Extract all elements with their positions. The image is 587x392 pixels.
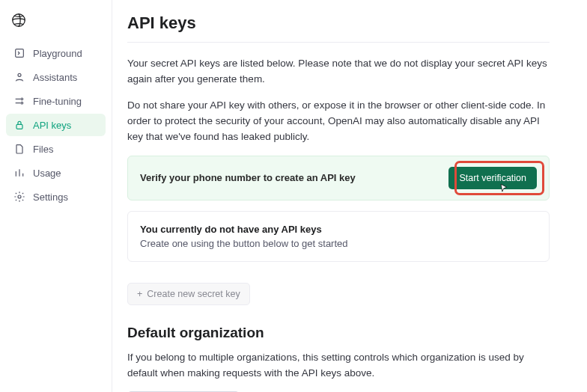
sidebar-item-api-keys[interactable]: API keys	[6, 114, 106, 136]
sidebar-item-fine-tuning[interactable]: Fine-tuning	[6, 90, 106, 112]
sidebar-item-label: API keys	[33, 120, 71, 131]
fine-tuning-icon	[13, 95, 25, 107]
svg-point-4	[21, 102, 23, 104]
sidebar-item-label: Files	[33, 144, 53, 155]
playground-icon	[13, 47, 25, 59]
gear-icon	[13, 191, 25, 203]
sidebar-item-label: Usage	[33, 168, 61, 179]
verify-phone-banner: Verify your phone number to create an AP…	[127, 156, 550, 200]
start-verification-button[interactable]: Start verification	[448, 167, 537, 189]
svg-rect-5	[16, 124, 22, 129]
svg-point-3	[21, 98, 23, 100]
sidebar-item-label: Assistants	[33, 72, 77, 83]
sidebar: Playground Assistants Fine-tuning API ke…	[0, 0, 112, 392]
sidebar-item-usage[interactable]: Usage	[6, 162, 106, 184]
page-title: API keys	[127, 13, 550, 33]
sidebar-item-label: Settings	[33, 192, 68, 203]
verify-message: Verify your phone number to create an AP…	[140, 172, 356, 183]
sidebar-item-label: Fine-tuning	[33, 96, 82, 107]
files-icon	[13, 143, 25, 155]
usage-icon	[13, 167, 25, 179]
openai-logo	[10, 12, 106, 31]
sidebar-item-label: Playground	[33, 48, 82, 59]
divider	[127, 42, 550, 43]
empty-title: You currently do not have any API keys	[140, 224, 537, 235]
sidebar-item-settings[interactable]: Settings	[6, 186, 106, 208]
intro-paragraph-1: Your secret API keys are listed below. P…	[127, 56, 550, 88]
no-api-keys-card: You currently do not have any API keys C…	[127, 211, 550, 262]
intro-paragraph-2: Do not share your API key with others, o…	[127, 98, 550, 145]
plus-icon: +	[137, 289, 142, 299]
create-secret-label: Create new secret key	[147, 289, 240, 299]
svg-point-2	[18, 73, 21, 76]
default-org-heading: Default organization	[127, 325, 550, 341]
lock-icon	[13, 119, 25, 131]
main-content: API keys Your secret API keys are listed…	[112, 0, 587, 392]
assistants-icon	[13, 71, 25, 83]
sidebar-item-assistants[interactable]: Assistants	[6, 66, 106, 88]
sidebar-item-playground[interactable]: Playground	[6, 42, 106, 64]
default-org-desc: If you belong to multiple organizations,…	[127, 350, 550, 382]
sidebar-item-files[interactable]: Files	[6, 138, 106, 160]
svg-point-6	[18, 195, 21, 198]
create-secret-key-button[interactable]: + Create new secret key	[127, 283, 250, 305]
empty-subtitle: Create one using the button below to get…	[140, 238, 537, 249]
